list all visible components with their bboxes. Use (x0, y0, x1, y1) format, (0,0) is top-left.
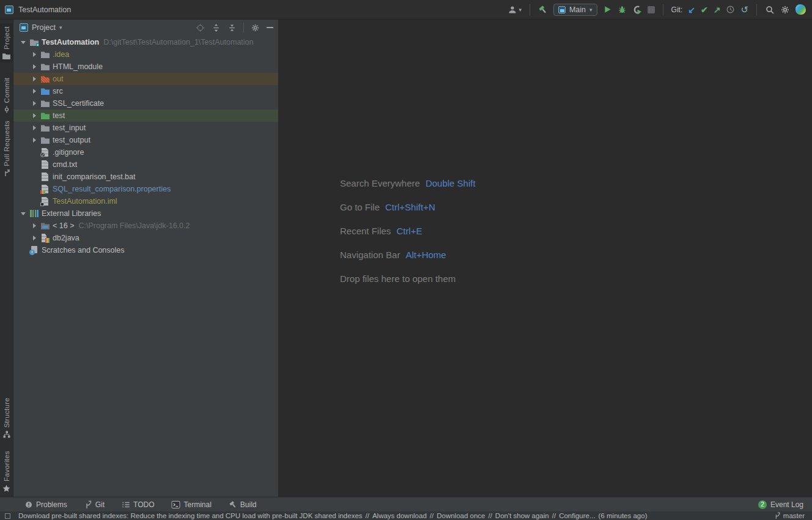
search-everywhere-button[interactable] (765, 5, 775, 15)
git-update-button[interactable]: ↙ (688, 5, 695, 15)
tree-item-external-libraries[interactable]: External Libraries (13, 207, 278, 220)
settings-button[interactable] (780, 5, 790, 15)
properties-file-icon (40, 184, 50, 194)
tree-item-gitignore[interactable]: .gitignore (13, 146, 278, 158)
title-bar: TestAutomation ▾ Main (0, 0, 812, 20)
git-commit-button[interactable]: ✔ (701, 5, 708, 15)
folder-icon (40, 98, 50, 108)
toolwindow-tab-pull-requests[interactable]: Pull Requests (0, 117, 13, 180)
event-log-label: Event Log (770, 500, 803, 509)
project-view-title[interactable]: Project (32, 23, 56, 32)
chevron-down-icon[interactable] (18, 209, 28, 218)
tree-item-cmd-txt[interactable]: cmd.txt (13, 158, 278, 171)
avatar[interactable] (795, 4, 806, 15)
build-project-button[interactable] (538, 5, 548, 15)
tree-item-test-input[interactable]: test_input (13, 122, 278, 134)
user-account-button[interactable]: ▾ (508, 5, 522, 15)
chevron-right-icon[interactable] (29, 123, 39, 133)
shortcut-label: Navigation Bar (340, 248, 400, 261)
chevron-right-icon[interactable] (29, 50, 39, 59)
excluded-folder-icon (40, 74, 50, 84)
tab-build[interactable]: Build (229, 500, 257, 509)
tree-item-ssl-certificate[interactable]: SSL_certificate (13, 97, 278, 110)
tree-item-db2java[interactable]: db2java (13, 232, 278, 244)
tree-item-src[interactable]: src (13, 85, 278, 97)
tab-problems[interactable]: Problems (24, 500, 67, 509)
chevron-right-icon[interactable] (29, 233, 39, 243)
tree-item-test[interactable]: test (13, 110, 278, 122)
update-project-icon: ↙ (688, 5, 695, 15)
expand-all-icon[interactable] (212, 23, 221, 32)
chevron-down-icon: ▾ (519, 7, 522, 13)
chevron-right-icon[interactable] (29, 98, 39, 108)
toolwindow-tab-project[interactable]: Project (0, 23, 13, 62)
tree-item-testautomation-iml[interactable]: TestAutomation.iml (13, 195, 278, 207)
text-file-icon (40, 160, 50, 169)
project-toolwindow: Project ▾ (13, 20, 279, 497)
status-message: Download pre-built shared indexes: Reduc… (18, 512, 363, 519)
event-log-button[interactable]: 2 Event Log (758, 500, 803, 509)
project-panel-actions (196, 23, 273, 32)
project-root-path: D:\gitTest\TestAutomation_1\TestAutomati… (103, 38, 253, 46)
chevron-down-icon: ▾ (589, 7, 592, 13)
chevron-right-icon[interactable] (29, 86, 39, 96)
folder-icon (40, 50, 50, 59)
chevron-down-icon[interactable]: ▾ (59, 24, 62, 31)
chevron-down-icon[interactable] (18, 37, 28, 47)
folder-icon (40, 62, 50, 72)
pull-request-icon (3, 169, 10, 177)
tab-terminal[interactable]: Terminal (171, 500, 211, 509)
tree-item-scratches[interactable]: Scratches and Consoles (13, 244, 278, 256)
git-push-button[interactable]: ↗ (714, 5, 721, 15)
run-button[interactable] (603, 5, 612, 14)
tree-item-jdk-16[interactable]: < 16 > C:\Program Files\Java\jdk-16.0.2 (13, 220, 278, 232)
collapse-all-icon[interactable] (227, 23, 237, 32)
chevron-spacer (18, 245, 28, 255)
tree-item-test-output[interactable]: test_output (13, 134, 278, 146)
bug-icon (618, 5, 627, 14)
tree-item-sql-result-comparison[interactable]: SQL_result_comparison.properties (13, 183, 278, 195)
folder-icon (40, 123, 50, 133)
gear-icon[interactable] (251, 23, 260, 32)
stop-button[interactable] (648, 6, 655, 13)
toolwindow-tab-commit[interactable]: Commit (0, 75, 13, 116)
bottom-toolwindow-bar: Problems Git TODO (0, 497, 812, 511)
run-config-name: Main (569, 6, 586, 14)
background-task-icon[interactable] (5, 513, 10, 519)
rollback-button[interactable]: ↺ (740, 5, 748, 15)
tab-git[interactable]: Git (84, 500, 105, 509)
tree-item-out[interactable]: out (13, 73, 278, 85)
chevron-right-icon[interactable] (29, 221, 39, 231)
run-with-coverage-button[interactable] (632, 5, 642, 15)
hide-panel-icon[interactable] (267, 27, 273, 28)
ignored-file-icon (40, 147, 50, 157)
tree-item-html-module[interactable]: HTML_module (13, 61, 278, 73)
debug-button[interactable] (618, 5, 627, 14)
toolbar-separator (756, 4, 757, 15)
locate-file-icon[interactable] (196, 23, 205, 32)
toolwindow-tab-favorites[interactable]: Favorites (0, 448, 13, 496)
status-separator: // (366, 512, 369, 519)
tree-item-root[interactable]: TestAutomation D:\gitTest\TestAutomation… (13, 36, 278, 48)
tree-item-init-comparison-test[interactable]: init_comparison_test.bat (13, 171, 278, 183)
chevron-right-icon[interactable] (29, 135, 39, 145)
status-bar: Download pre-built shared indexes: Reduc… (0, 511, 812, 520)
shortcut-label: Recent Files (340, 225, 391, 237)
status-link-download-once[interactable]: Download once (437, 512, 485, 519)
chevron-right-icon[interactable] (29, 74, 39, 84)
status-link-dont-show-again[interactable]: Don't show again (495, 512, 549, 519)
text-file-icon (40, 172, 50, 182)
chevron-right-icon[interactable] (29, 62, 39, 72)
git-branch-widget[interactable]: master (774, 512, 805, 519)
chevron-right-icon[interactable] (29, 111, 39, 121)
run-configuration-select[interactable]: Main ▾ (553, 4, 597, 16)
git-history-button[interactable] (726, 5, 735, 14)
tab-todo[interactable]: TODO (122, 500, 154, 509)
status-link-configure[interactable]: Configure... (559, 512, 595, 519)
shortcut-line: Search Everywhere Double Shift (340, 177, 476, 190)
toolwindow-tab-structure[interactable]: Structure (0, 395, 13, 441)
commit-tab-label: Commit (3, 78, 10, 103)
status-link-always-download[interactable]: Always download (372, 512, 427, 519)
stop-icon (648, 6, 655, 13)
tree-item-idea[interactable]: .idea (13, 48, 278, 61)
